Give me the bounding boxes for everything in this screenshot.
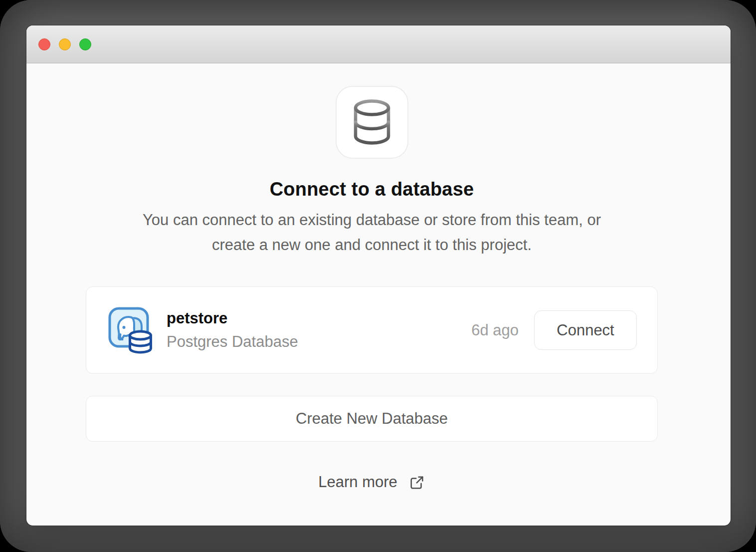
database-last-used: 6d ago (471, 321, 519, 339)
connect-database-dialog-window: Connect to a database You can connect to… (26, 25, 731, 526)
database-name: petstore (167, 308, 298, 328)
create-new-database-button[interactable]: Create New Database (86, 396, 658, 442)
window-titlebar (26, 25, 731, 63)
database-type: Postgres Database (167, 332, 298, 352)
database-cylinder-glyph (352, 99, 392, 145)
learn-more-label: Learn more (318, 473, 397, 491)
dialog-title: Connect to a database (86, 179, 658, 200)
zoom-window-button[interactable] (79, 38, 91, 50)
learn-more-link[interactable]: Learn more (86, 473, 658, 491)
database-info: petstore Postgres Database (167, 308, 298, 352)
database-icon (336, 86, 408, 159)
dialog-description: You can connect to an existing database … (140, 208, 604, 258)
screen-background: Connect to a database You can connect to… (0, 0, 756, 552)
postgres-elephant-icon (108, 307, 152, 354)
close-window-button[interactable] (38, 38, 50, 50)
external-link-icon (408, 474, 425, 491)
minimize-window-button[interactable] (59, 38, 71, 50)
dialog-content: Connect to a database You can connect to… (86, 86, 658, 491)
connect-button[interactable]: Connect (534, 310, 637, 350)
database-list-item: petstore Postgres Database 6d ago Connec… (86, 286, 658, 374)
